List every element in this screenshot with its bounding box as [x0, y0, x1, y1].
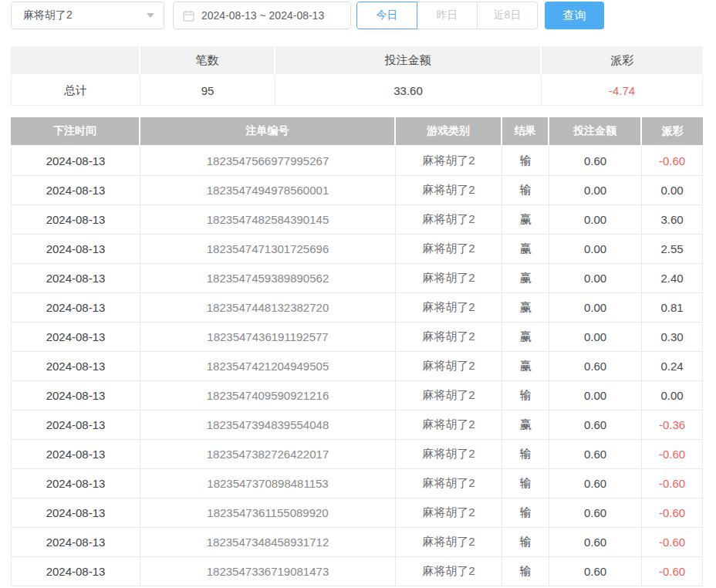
cell-bet-amount: 0.00 — [549, 205, 642, 235]
cell-game-type: 麻将胡了2 — [396, 264, 502, 293]
cell-bet-time: 2024-08-13 — [11, 469, 140, 498]
cell-result: 输 — [502, 498, 549, 528]
summary-header-row: 笔数 投注金额 派彩 — [11, 46, 703, 76]
cell-result: 赢 — [502, 352, 549, 381]
cell-game-type: 麻将胡了2 — [396, 498, 502, 528]
cell-bet-amount: 0.60 — [549, 352, 642, 381]
cell-result: 输 — [502, 147, 549, 176]
date-range-value: 2024-08-13 ~ 2024-08-13 — [201, 9, 324, 22]
game-select-value: 麻将胡了2 — [23, 8, 73, 22]
search-button[interactable]: 查询 — [545, 2, 604, 29]
cell-bet-id: 1823547448132382720 — [140, 293, 396, 323]
cell-result: 输 — [502, 176, 549, 205]
cell-bet-time: 2024-08-13 — [11, 264, 140, 293]
cell-bet-time: 2024-08-13 — [11, 293, 140, 323]
cell-game-type: 麻将胡了2 — [396, 293, 502, 323]
cell-bet-id: 1823547459389890562 — [140, 264, 396, 293]
cell-result: 输 — [502, 469, 549, 498]
today-button[interactable]: 今日 — [356, 2, 417, 29]
table-row: 2024-08-131823547471301725696麻将胡了2赢0.002… — [11, 235, 703, 264]
cell-result: 赢 — [502, 293, 549, 323]
summary-header-blank — [11, 46, 140, 76]
last8days-button[interactable]: 近8日 — [477, 2, 538, 29]
game-select[interactable]: 麻将胡了2 — [11, 2, 164, 29]
cell-bet-time: 2024-08-13 — [11, 147, 140, 176]
cell-bet-amount: 0.60 — [549, 557, 642, 586]
summary-total-count: 95 — [140, 76, 275, 106]
chevron-down-icon — [147, 13, 154, 18]
cell-result: 赢 — [502, 205, 549, 235]
table-row: 2024-08-131823547482584390145麻将胡了2赢0.003… — [11, 205, 703, 235]
cell-bet-time: 2024-08-13 — [11, 205, 140, 235]
cell-payout: 0.81 — [642, 293, 703, 323]
cell-result: 输 — [502, 528, 549, 557]
cell-bet-amount: 0.00 — [549, 176, 642, 205]
cell-bet-amount: 0.00 — [549, 264, 642, 293]
header-bet-amount: 投注金额 — [549, 117, 642, 147]
cell-payout: 2.55 — [642, 235, 703, 264]
table-row: 2024-08-131823547436191192577麻将胡了2赢0.000… — [11, 323, 703, 352]
table-row: 2024-08-131823547361155089920麻将胡了2输0.60-… — [11, 498, 703, 528]
cell-bet-id: 1823547566977995267 — [140, 147, 396, 176]
cell-bet-time: 2024-08-13 — [11, 498, 140, 528]
table-row: 2024-08-131823547382726422017麻将胡了2输0.60-… — [11, 440, 703, 469]
cell-bet-id: 1823547336719081473 — [140, 557, 396, 586]
header-payout: 派彩 — [642, 117, 703, 147]
table-row: 2024-08-131823547370898481153麻将胡了2输0.60-… — [11, 469, 703, 498]
header-bet-id: 注单编号 — [140, 117, 396, 147]
header-result: 结果 — [502, 117, 549, 147]
cell-bet-time: 2024-08-13 — [11, 440, 140, 469]
table-row: 2024-08-131823547448132382720麻将胡了2赢0.000… — [11, 293, 703, 323]
cell-payout: -0.60 — [642, 469, 703, 498]
cell-game-type: 麻将胡了2 — [396, 411, 502, 440]
cell-payout: 0.00 — [642, 381, 703, 411]
cell-result: 输 — [502, 557, 549, 586]
cell-bet-amount: 0.00 — [549, 323, 642, 352]
cell-game-type: 麻将胡了2 — [396, 528, 502, 557]
cell-payout: 2.40 — [642, 264, 703, 293]
cell-bet-amount: 0.00 — [549, 235, 642, 264]
header-bet-time: 下注时间 — [11, 117, 140, 147]
cell-bet-amount: 0.60 — [549, 498, 642, 528]
page: 麻将胡了2 2024-08-13 ~ 2024-08-13 今日 昨日 近8日 … — [0, 0, 716, 588]
cell-result: 赢 — [502, 411, 549, 440]
table-row: 2024-08-131823547494978560001麻将胡了2输0.000… — [11, 176, 703, 205]
cell-bet-time: 2024-08-13 — [11, 176, 140, 205]
cell-result: 赢 — [502, 264, 549, 293]
table-row: 2024-08-131823547566977995267麻将胡了2输0.60-… — [11, 147, 703, 176]
cell-game-type: 麻将胡了2 — [396, 235, 502, 264]
cell-payout: -0.60 — [642, 147, 703, 176]
summary-total-row: 总计 95 33.60 -4.74 — [11, 76, 703, 106]
cell-bet-id: 1823547394839554048 — [140, 411, 396, 440]
cell-game-type: 麻将胡了2 — [396, 440, 502, 469]
cell-result: 输 — [502, 381, 549, 411]
cell-game-type: 麻将胡了2 — [396, 381, 502, 411]
cell-result: 输 — [502, 440, 549, 469]
cell-bet-id: 1823547348458931712 — [140, 528, 396, 557]
cell-bet-id: 1823547471301725696 — [140, 235, 396, 264]
cell-game-type: 麻将胡了2 — [396, 147, 502, 176]
table-row: 2024-08-131823547394839554048麻将胡了2赢0.60-… — [11, 411, 703, 440]
cell-bet-amount: 0.00 — [549, 381, 642, 411]
cell-game-type: 麻将胡了2 — [396, 176, 502, 205]
cell-payout: -0.60 — [642, 440, 703, 469]
date-range-picker[interactable]: 2024-08-13 ~ 2024-08-13 — [173, 2, 351, 29]
cell-result: 赢 — [502, 323, 549, 352]
table-row: 2024-08-131823547459389890562麻将胡了2赢0.002… — [11, 264, 703, 293]
header-game-type: 游戏类别 — [396, 117, 502, 147]
cell-payout: -0.60 — [642, 528, 703, 557]
cell-payout: 0.24 — [642, 352, 703, 381]
table-row: 2024-08-131823547421204949505麻将胡了2赢0.600… — [11, 352, 703, 381]
cell-bet-id: 1823547421204949505 — [140, 352, 396, 381]
cell-bet-id: 1823547436191192577 — [140, 323, 396, 352]
cell-payout: 3.60 — [642, 205, 703, 235]
calendar-icon — [183, 10, 194, 22]
filter-toolbar: 麻将胡了2 2024-08-13 ~ 2024-08-13 今日 昨日 近8日 … — [11, 2, 604, 29]
cell-payout: 0.00 — [642, 176, 703, 205]
cell-bet-id: 1823547494978560001 — [140, 176, 396, 205]
cell-game-type: 麻将胡了2 — [396, 205, 502, 235]
yesterday-button[interactable]: 昨日 — [417, 2, 478, 29]
cell-bet-amount: 0.00 — [549, 293, 642, 323]
cell-payout: 0.30 — [642, 323, 703, 352]
cell-bet-amount: 0.60 — [549, 411, 642, 440]
